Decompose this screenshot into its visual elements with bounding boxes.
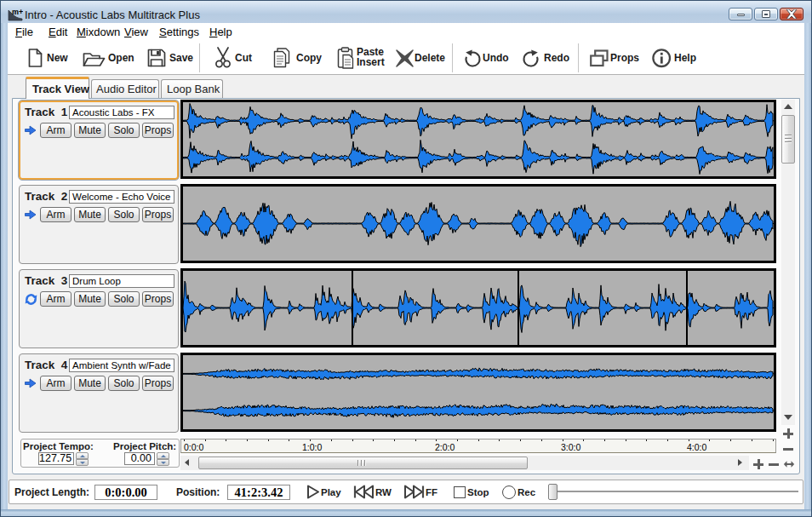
svg-text:m+: m+ <box>12 8 23 16</box>
